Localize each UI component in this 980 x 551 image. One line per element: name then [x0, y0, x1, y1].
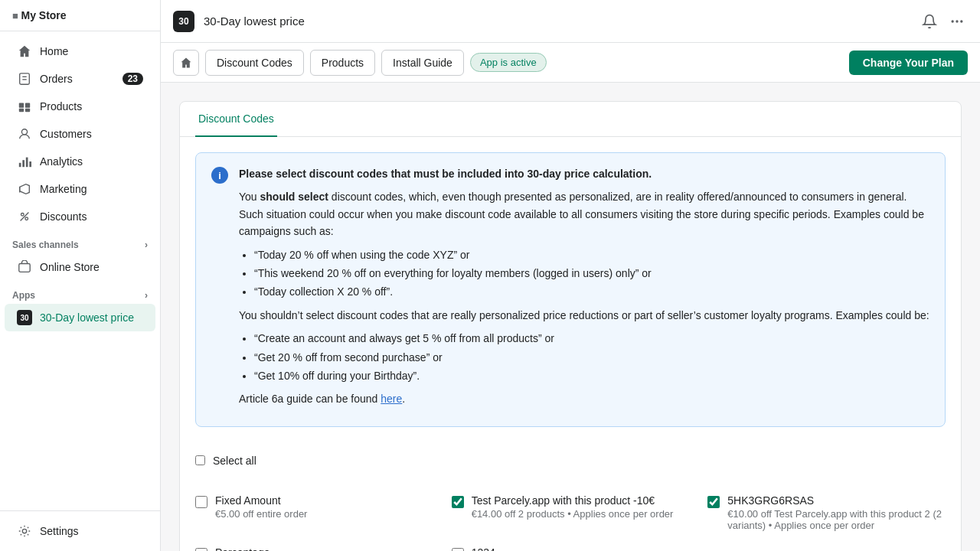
discounts-icon [17, 209, 32, 224]
checkbox-percentage-text: Percentage 10% off entire order [215, 546, 302, 551]
info-para1: You should select discount codes, which,… [239, 188, 929, 240]
sidebar-orders-label: Orders [40, 73, 73, 85]
svg-rect-0 [20, 73, 30, 84]
checkbox-1234-text: 1234 12% off entire order [472, 546, 559, 551]
apps-chevron[interactable]: › [145, 290, 148, 301]
list-item: “Get 10% off during your Birthday”. [254, 367, 929, 384]
products-icon [17, 99, 32, 114]
main-content: 30 30-Day lowest price Discount Codes Pr… [161, 0, 980, 551]
marketing-icon [17, 181, 32, 197]
sidebar-item-marketing[interactable]: Marketing [5, 175, 155, 203]
svg-rect-9 [22, 160, 24, 167]
sidebar-marketing-label: Marketing [40, 183, 87, 195]
topbar-actions [919, 11, 968, 32]
checkbox-item-1234: 1234 12% off entire order [452, 546, 690, 551]
list-item: “This weekend 20 % off on everything for… [254, 265, 929, 282]
topbar: 30 30-Day lowest price [161, 0, 980, 43]
info-bullets-should: “Today 20 % off when using the code XYZ”… [239, 246, 929, 301]
settings-icon [17, 523, 32, 539]
sidebar-home-label: Home [40, 45, 68, 57]
sidebar-item-discounts[interactable]: Discounts [5, 203, 155, 230]
checkbox-label: 5HK3GRG6RSAS [727, 494, 946, 507]
svg-rect-3 [19, 103, 24, 108]
analytics-icon [17, 154, 32, 169]
info-heading: Please select discount codes that must b… [239, 168, 652, 180]
checkbox-grid: Fixed Amount €5.00 off entire order Test… [195, 494, 946, 551]
tab-discount-codes[interactable]: Discount Codes [195, 102, 277, 137]
checkbox-sub: €10.00 off Test Parcely.app with this pr… [727, 508, 946, 531]
sidebar-analytics-label: Analytics [40, 155, 83, 168]
notifications-button[interactable] [919, 11, 940, 32]
checkbox-percentage[interactable] [195, 548, 207, 551]
checkbox-test-parcely[interactable] [452, 496, 464, 508]
checkbox-1234[interactable] [452, 548, 464, 551]
page-content: Discount Codes i Please select discount … [161, 83, 980, 551]
main-card: Discount Codes i Please select discount … [179, 101, 962, 551]
app-icon: 30 [17, 310, 32, 325]
checkbox-item-fixed-amount: Fixed Amount €5.00 off entire order [195, 494, 433, 531]
info-bullets-shouldnt: “Create an account and always get 5 % of… [239, 330, 929, 384]
checkbox-label: Test Parcely.app with this product -10€ [472, 494, 674, 507]
orders-badge: 23 [122, 73, 143, 85]
svg-point-19 [956, 20, 958, 22]
checkbox-item-test-parcely: Test Parcely.app with this product -10€ … [452, 494, 690, 531]
info-content: Please select discount codes that must b… [239, 165, 929, 414]
info-bold: should select [260, 191, 328, 203]
sidebar-item-analytics[interactable]: Analytics [5, 148, 155, 175]
select-all-checkbox[interactable] [195, 455, 205, 465]
status-badge: App is active [470, 53, 547, 72]
sidebar-item-home[interactable]: Home [5, 37, 155, 65]
change-plan-button[interactable]: Change Your Plan [849, 51, 968, 75]
store-name: ■ My Store [0, 0, 160, 31]
orders-icon [17, 71, 32, 86]
info-para2: You shouldn’t select discount codes that… [239, 307, 929, 324]
list-item: “Get 20 % off from second purchase” or [254, 349, 929, 366]
svg-point-7 [21, 129, 27, 135]
settings-label: Settings [40, 525, 79, 537]
sales-channels-chevron[interactable]: › [145, 240, 148, 250]
sales-channels-label: Sales channels [12, 240, 79, 250]
svg-rect-10 [26, 158, 28, 168]
sidebar-item-settings[interactable]: Settings [5, 517, 155, 545]
svg-point-13 [21, 214, 24, 217]
sidebar-item-customers[interactable]: Customers [5, 120, 155, 148]
checkbox-label: Percentage [215, 546, 302, 551]
sidebar-item-products[interactable]: Products [5, 93, 155, 120]
svg-rect-5 [19, 109, 24, 112]
checkbox-5hk3[interactable] [707, 496, 720, 508]
checkbox-item-percentage: Percentage 10% off entire order [195, 546, 433, 551]
apps-section: Apps › [0, 281, 160, 304]
svg-point-14 [25, 217, 28, 220]
list-item: “Create an account and always get 5 % of… [254, 330, 929, 347]
nav-bar: Discount Codes Products Install Guide Ap… [161, 43, 980, 83]
article-link[interactable]: here [381, 393, 402, 405]
svg-rect-16 [19, 264, 30, 272]
discount-codes-nav-button[interactable]: Discount Codes [205, 50, 304, 76]
sidebar-nav: Home Orders 23 Products Customers [0, 31, 160, 510]
select-all-label[interactable]: Select all [213, 455, 256, 467]
products-nav-button[interactable]: Products [310, 50, 375, 76]
checkbox-label: 1234 [472, 546, 559, 551]
sidebar-item-orders[interactable]: Orders 23 [5, 65, 155, 93]
svg-point-18 [952, 20, 954, 22]
customers-icon [17, 126, 32, 142]
sidebar-customers-label: Customers [40, 128, 92, 140]
sidebar-item-online-store[interactable]: Online Store [5, 253, 155, 281]
checkbox-fixed-amount[interactable] [195, 496, 207, 508]
sidebar-item-app[interactable]: 30 30-Day lowest price [5, 304, 155, 331]
sidebar-discounts-label: Discounts [40, 210, 87, 223]
svg-rect-8 [19, 163, 21, 167]
select-all-row: Select all [195, 455, 946, 479]
card-tabs: Discount Codes [180, 102, 961, 137]
install-guide-nav-button[interactable]: Install Guide [381, 50, 464, 76]
topbar-title: 30-Day lowest price [204, 15, 305, 28]
store-name-label: My Store [21, 9, 66, 21]
sidebar-footer: Settings [0, 510, 160, 551]
list-item: “Today collection X 20 % off”. [254, 283, 929, 300]
svg-rect-4 [25, 103, 30, 108]
svg-point-17 [22, 529, 26, 533]
sidebar-products-label: Products [40, 100, 82, 112]
online-store-label: Online Store [40, 261, 100, 273]
more-options-button[interactable] [946, 11, 968, 32]
home-button[interactable] [173, 50, 199, 76]
